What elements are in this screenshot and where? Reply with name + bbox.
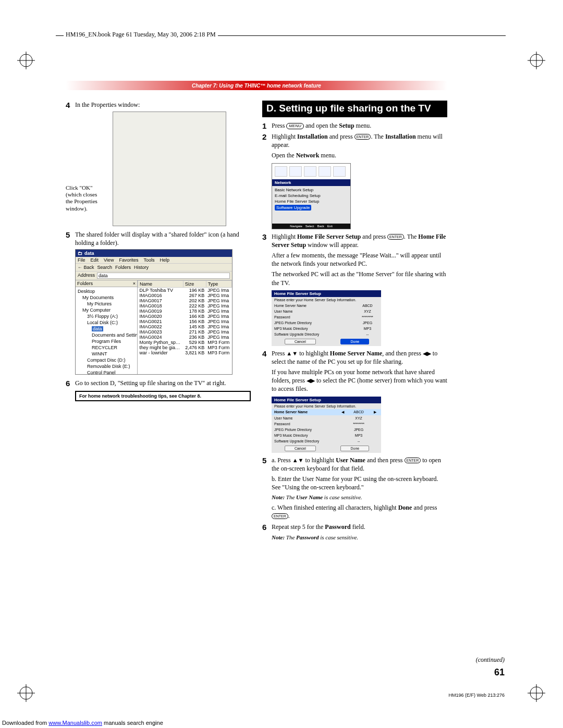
tree-node[interactable]: Local Disk (C:) — [87, 320, 118, 325]
table-row[interactable]: war - lowrider3,821 KBMP3 Form — [138, 350, 232, 355]
menu-item[interactable]: Help — [160, 257, 169, 263]
tree-node[interactable]: data — [92, 326, 103, 331]
toolbar-button[interactable]: Search — [97, 265, 113, 270]
tree-node[interactable]: Control Panel — [87, 370, 116, 374]
right-column: D. Setting up file sharing on the TV 1 P… — [262, 101, 447, 543]
step-text: In the Properties window: — [75, 101, 140, 109]
close-icon[interactable]: × — [133, 281, 136, 286]
arrow-left-right-icon: ◀▶ — [423, 350, 431, 356]
tree-node[interactable]: My Pictures — [87, 301, 112, 306]
crop-mark-icon — [528, 684, 545, 702]
cancel-button[interactable]: Cancel — [285, 446, 316, 451]
step-number: 5 — [66, 230, 75, 239]
form-row: Password******** — [272, 421, 381, 427]
book-header: HM196_EN.book Page 61 Tuesday, May 30, 2… — [64, 31, 218, 39]
note: Note: The User Name is case sensitive. — [272, 493, 447, 501]
column-header[interactable]: Type — [206, 281, 231, 288]
step-text: Highlight Home File Server Setup and pre… — [272, 232, 447, 249]
table-row[interactable]: IMAG0017202 KBJPEG Ima — [138, 298, 232, 303]
step-text: Repeat step 5 for the Password field. — [272, 523, 365, 531]
form-row: Home Server NameABCD — [272, 303, 381, 309]
footer-code: HM196 (E/F) Web 213:276 — [449, 693, 505, 698]
content-area: Chapter 7: Using the THINC™ home network… — [66, 81, 447, 543]
table-row[interactable]: DLP Toshiba TV196 KBJPEG Ima — [138, 288, 232, 293]
form-row: Home Server Name◀ABCD▶ — [272, 409, 381, 415]
tree-node[interactable]: Desktop — [78, 289, 95, 294]
step-number: 4 — [66, 101, 75, 109]
download-line: Downloaded from www.Manualslib.com manua… — [2, 720, 163, 726]
tree-node[interactable]: 3½ Floppy (A:) — [87, 314, 118, 319]
section-heading: D. Setting up file sharing on the TV — [262, 101, 447, 117]
crop-mark-icon — [17, 52, 35, 69]
tv-menu-item[interactable]: Home File Server Setup — [275, 199, 348, 204]
continued-label: (continued) — [476, 656, 505, 664]
explorer-screenshot: 🗀data FileEditViewFavoritesToolsHelp ← B… — [75, 249, 232, 375]
table-row[interactable]: IMAG0023271 KBJPEG Ima — [138, 329, 232, 335]
menu-item[interactable]: View — [104, 257, 114, 263]
page-number: 61 — [494, 667, 505, 677]
enter-button-icon: ENTER — [354, 134, 371, 140]
tree-node[interactable]: My Computer — [82, 307, 111, 313]
enter-button-icon: ENTER — [387, 234, 404, 240]
step-text: a. Press ▲▼ to highlight User Name and t… — [272, 456, 447, 473]
done-button[interactable]: Done — [340, 446, 369, 451]
form-row: Software Upgrade Directory-- — [272, 438, 381, 444]
table-row[interactable]: IMAG0024236 KBJPEG Ima — [138, 335, 232, 340]
table-row[interactable]: IMAG0018222 KBJPEG Ima — [138, 303, 232, 309]
table-row[interactable]: IMAG0019178 KBJPEG Ima — [138, 309, 232, 314]
step-number: 6 — [66, 379, 75, 388]
table-row[interactable]: IMAG0022145 KBJPEG Ima — [138, 324, 232, 329]
tree-node[interactable]: RECYCLER — [92, 345, 117, 350]
arrow-up-down-icon: ▲▼ — [292, 457, 304, 463]
column-header[interactable]: Name — [138, 281, 183, 288]
tv-network-menu: Network Basic Network SetupE-mail Schedu… — [272, 163, 351, 229]
table-row[interactable]: IMAG0016267 KBJPEG Ima — [138, 293, 232, 298]
enter-button-icon: ENTER — [405, 458, 421, 463]
toolbar-button[interactable]: Folders — [115, 265, 131, 270]
form-row: Software Upgrade Directory-- — [272, 331, 381, 337]
toolbar-button[interactable]: History — [134, 265, 149, 270]
form-row: User NameXYZ — [272, 309, 381, 314]
menu-item[interactable]: Tools — [143, 257, 154, 263]
form-row: JPEG Picture DirectoryJPEG — [272, 320, 381, 326]
crop-mark-icon — [528, 52, 545, 69]
page: HM196_EN.book Page 61 Tuesday, May 30, 2… — [0, 0, 563, 728]
column-header[interactable]: Size — [183, 281, 206, 288]
table-row[interactable]: they might be gia…2,476 KBMP3 Form — [138, 345, 232, 350]
tree-node[interactable]: My Documents — [82, 295, 114, 300]
tree-node[interactable]: WINNT — [92, 351, 107, 356]
arrow-left-right-icon: ◀▶ — [307, 377, 315, 384]
manualslib-link[interactable]: www.Manualslib.com — [48, 720, 102, 726]
address-input[interactable] — [97, 273, 230, 279]
crop-mark-icon — [17, 684, 35, 702]
step-text: Highlight Installation and press ENTER. … — [272, 132, 447, 149]
form-row: MP3 Music DirectoryMP3 — [272, 326, 381, 331]
tree-node[interactable]: Compact Disc (D:) — [87, 357, 126, 363]
form-row: User NameXYZ — [272, 415, 381, 421]
menu-item[interactable]: Edit — [91, 257, 99, 263]
tv-form-2: Home File Server Setup Please enter your… — [272, 397, 381, 453]
menu-item[interactable]: Favorites — [119, 257, 138, 263]
enter-button-icon: ENTER — [272, 513, 288, 519]
form-row: MP3 Music DirectoryMP3 — [272, 433, 381, 438]
step-text: Press MENU and open the Setup menu. — [272, 121, 371, 130]
tv-menu-item[interactable]: Basic Network Setup — [275, 187, 348, 193]
tree-node[interactable]: Documents and Settings — [92, 332, 138, 338]
toolbar-button[interactable]: ← Back — [78, 265, 94, 270]
table-row[interactable]: Monty Python_sp…529 KBMP3 Form — [138, 340, 232, 345]
tv-menu-item[interactable]: Software Upgrade — [275, 204, 348, 211]
menu-button-icon: MENU — [286, 123, 304, 129]
done-button[interactable]: Done — [340, 339, 369, 344]
menu-item[interactable]: File — [78, 257, 85, 263]
table-row[interactable]: IMAG0020166 KBJPEG Ima — [138, 314, 232, 319]
table-row[interactable]: IMAG0021156 KBJPEG Ima — [138, 319, 232, 324]
ok-callout: Click "OK" (which closes the Properties … — [66, 184, 111, 226]
chapter-banner: Chapter 7: Using the THINC™ home network… — [66, 81, 447, 90]
tree-node[interactable]: Program Files — [92, 339, 121, 344]
step-text: Press ▲▼ to highlight Home Server Name, … — [272, 349, 447, 366]
tv-menu-item[interactable]: E-mail Scheduling Setup — [275, 193, 348, 199]
note: Note: The Password is case sensitive. — [272, 534, 447, 541]
arrow-up-down-icon: ▲▼ — [286, 350, 298, 356]
cancel-button[interactable]: Cancel — [285, 339, 316, 344]
tree-node[interactable]: Removable Disk (E:) — [87, 364, 130, 369]
